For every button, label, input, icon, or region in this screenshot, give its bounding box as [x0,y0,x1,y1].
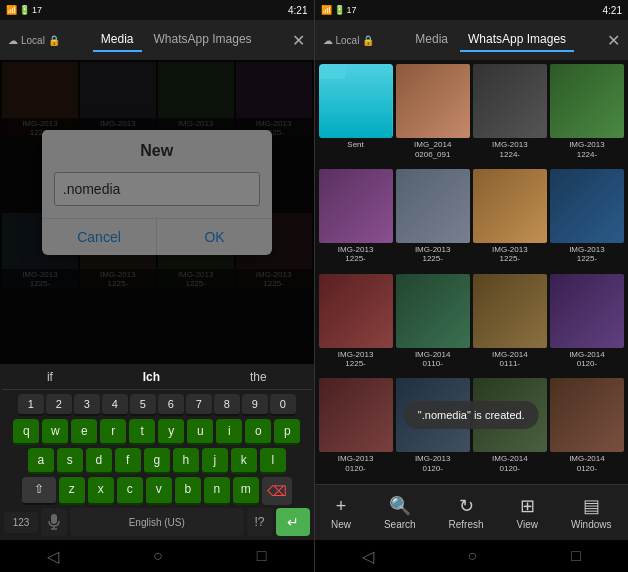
windows-button[interactable]: ▤ Windows [571,495,612,530]
key-q[interactable]: q [13,419,39,445]
file-name: IMG-20131225- [415,245,451,264]
list-item[interactable]: IMG-20131224- [550,64,624,166]
suggestion-1[interactable]: if [41,368,59,386]
key-b[interactable]: b [175,477,201,505]
key-u[interactable]: u [187,419,213,445]
list-item[interactable]: IMG_20140206_091 [396,64,470,166]
key-f[interactable]: f [115,448,141,474]
key-l[interactable]: l [260,448,286,474]
key-m[interactable]: m [233,477,259,505]
symbol-key[interactable]: 123 [4,512,38,533]
list-item[interactable]: IMG-20140120- [473,378,547,480]
key-w[interactable]: w [42,419,68,445]
back-nav-icon[interactable]: ◁ [47,547,59,566]
key-d[interactable]: d [86,448,112,474]
list-item[interactable]: IMG-20140120- [550,378,624,480]
ok-button[interactable]: OK [157,219,272,255]
list-item[interactable]: IMG-20130120- [319,378,393,480]
cancel-button[interactable]: Cancel [42,219,158,255]
keyboard-number-row: 1 2 3 4 5 6 7 8 9 0 [2,394,312,416]
wifi-icon-r: 📶 [321,5,332,15]
key-h[interactable]: h [173,448,199,474]
right-tab-whatsapp[interactable]: WhatsApp Images [460,28,574,52]
file-grid: Sent IMG_20140206_091 IMG-20131224- IMG-… [315,60,629,484]
recents-nav-icon-r[interactable]: □ [571,547,581,565]
key-5[interactable]: 5 [130,394,156,416]
list-item[interactable]: IMG-20131225- [473,169,547,271]
list-item[interactable]: IMG-20131225- [319,169,393,271]
key-g[interactable]: g [144,448,170,474]
file-name: IMG-20131224- [492,140,528,159]
key-s[interactable]: s [57,448,83,474]
file-name: IMG_20140206_091 [414,140,451,159]
view-button[interactable]: ⊞ View [517,495,539,530]
language-label: English (US) [129,517,185,528]
refresh-button[interactable]: ↻ Refresh [449,495,484,530]
key-i[interactable]: i [216,419,242,445]
file-thumb [319,274,393,348]
mic-key[interactable] [41,508,67,536]
file-thumb [550,378,624,452]
keyboard-bottom-row: 123 English (US) !? ↵ [2,508,312,536]
key-p[interactable]: p [274,419,300,445]
list-item[interactable]: IMG-20140111- [473,274,547,376]
key-j[interactable]: j [202,448,228,474]
new-button[interactable]: + New [331,496,351,530]
list-item[interactable]: IMG-20131225- [550,169,624,271]
back-nav-icon-r[interactable]: ◁ [362,547,374,566]
shift-key[interactable]: ⇧ [22,477,56,505]
key-o[interactable]: o [245,419,271,445]
key-9[interactable]: 9 [242,394,268,416]
home-nav-icon-r[interactable]: ○ [468,547,478,565]
list-item[interactable]: IMG-20131225- [319,274,393,376]
key-7[interactable]: 7 [186,394,212,416]
key-z[interactable]: z [59,477,85,505]
suggestion-2[interactable]: Ich [137,368,166,386]
key-k[interactable]: k [231,448,257,474]
key-8[interactable]: 8 [214,394,240,416]
key-6[interactable]: 6 [158,394,184,416]
list-item[interactable]: IMG-20131225- [396,169,470,271]
keyboard-qwerty-row: q w e r t y u i o p [2,419,312,445]
right-clock: 4:21 [603,5,622,16]
list-item[interactable]: IMG-20140120- [550,274,624,376]
right-tab-media[interactable]: Media [407,28,456,52]
keyboard-suggestions: if Ich the [2,368,312,390]
search-button[interactable]: 🔍 Search [384,495,416,530]
key-4[interactable]: 4 [102,394,128,416]
right-close-button[interactable]: ✕ [607,31,620,50]
suggestion-3[interactable]: the [244,368,273,386]
left-clock: 4:21 [288,5,307,16]
list-item[interactable]: IMG-20130120- [396,378,470,480]
recents-nav-icon[interactable]: □ [257,547,267,565]
key-v[interactable]: v [146,477,172,505]
keyboard: if Ich the 1 2 3 4 5 6 7 8 9 0 q w e r t… [0,364,314,540]
left-status-bar: 📶 🔋 17 4:21 [0,0,314,20]
key-0[interactable]: 0 [270,394,296,416]
left-close-button[interactable]: ✕ [292,31,305,50]
list-item[interactable]: IMG-20140110- [396,274,470,376]
key-x[interactable]: x [88,477,114,505]
key-2[interactable]: 2 [46,394,72,416]
key-3[interactable]: 3 [74,394,100,416]
left-tab-whatsapp[interactable]: WhatsApp Images [146,28,260,52]
emoji-key[interactable]: !? [247,508,273,536]
backspace-key[interactable]: ⌫ [262,477,292,505]
key-n[interactable]: n [204,477,230,505]
key-c[interactable]: c [117,477,143,505]
language-key[interactable]: English (US) [70,508,244,536]
lock-icon-r: 🔒 [362,35,374,46]
key-r[interactable]: r [100,419,126,445]
folder-thumb [319,64,393,138]
home-nav-icon[interactable]: ○ [153,547,163,565]
list-item[interactable]: IMG-20131224- [473,64,547,166]
key-y[interactable]: y [158,419,184,445]
key-1[interactable]: 1 [18,394,44,416]
new-folder-input[interactable] [54,172,260,206]
enter-key[interactable]: ↵ [276,508,310,536]
key-a[interactable]: a [28,448,54,474]
list-item[interactable]: Sent [319,64,393,166]
left-tab-media[interactable]: Media [93,28,142,52]
key-e[interactable]: e [71,419,97,445]
key-t[interactable]: t [129,419,155,445]
